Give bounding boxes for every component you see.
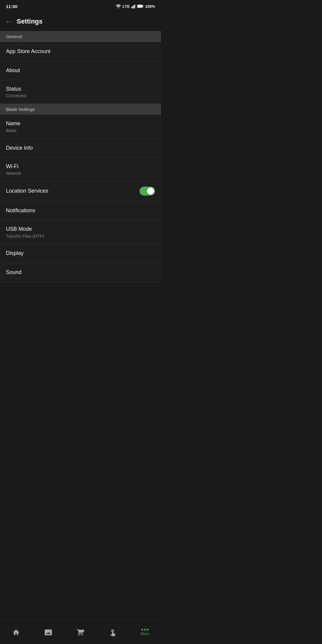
- settings-item-name[interactable]: Name Blade: [0, 115, 161, 138]
- status-time: 11:00: [6, 4, 17, 9]
- section-header-general: General: [0, 31, 161, 42]
- svg-rect-6: [143, 6, 143, 7]
- item-title-app-store-account: App Store Account: [6, 48, 155, 55]
- svg-rect-3: [134, 5, 135, 8]
- svg-point-0: [118, 7, 119, 8]
- status-bar: 11:00 LTE 100%: [0, 0, 161, 12]
- settings-item-usb-mode[interactable]: USB Mode Transfer Files (MTP): [0, 220, 161, 244]
- settings-item-display[interactable]: Display: [0, 244, 161, 263]
- toggle-thumb: [147, 188, 154, 195]
- settings-content: General App Store Account About Status C…: [0, 31, 161, 312]
- settings-item-status[interactable]: Status Connected: [0, 80, 161, 104]
- app-header: ← Settings: [0, 12, 161, 31]
- settings-item-app-store-account[interactable]: App Store Account: [0, 42, 161, 61]
- item-subtitle-name: Blade: [6, 128, 155, 133]
- item-title-location-services: Location Services: [6, 188, 140, 194]
- status-icons: LTE 100%: [116, 4, 155, 9]
- location-services-toggle[interactable]: [140, 187, 155, 196]
- svg-rect-4: [135, 4, 136, 8]
- toggle-track: [140, 187, 155, 196]
- item-title-device-info: Device Info: [6, 145, 155, 151]
- back-button[interactable]: ←: [5, 18, 13, 25]
- svg-rect-1: [131, 7, 132, 8]
- svg-rect-2: [133, 6, 134, 8]
- settings-item-about[interactable]: About: [0, 61, 161, 80]
- settings-item-wifi[interactable]: Wi-Fi Network: [0, 158, 161, 181]
- item-title-display: Display: [6, 250, 155, 257]
- item-title-status: Status: [6, 86, 155, 92]
- item-title-usb-mode: USB Mode: [6, 226, 155, 233]
- item-subtitle-wifi: Network: [6, 171, 155, 176]
- settings-item-location-services[interactable]: Location Services: [0, 181, 161, 201]
- item-title-wifi: Wi-Fi: [6, 163, 155, 170]
- lte-label: LTE: [123, 4, 130, 9]
- battery-icon: [137, 4, 144, 8]
- battery-label: 100%: [145, 4, 155, 9]
- wifi-icon: [116, 4, 121, 8]
- item-subtitle-status: Connected: [6, 93, 155, 98]
- section-header-blade-settings: Blade Settings: [0, 104, 161, 115]
- item-subtitle-usb-mode: Transfer Files (MTP): [6, 234, 155, 239]
- settings-item-device-info[interactable]: Device Info: [0, 139, 161, 158]
- svg-rect-7: [137, 5, 142, 7]
- signal-icon: [131, 4, 136, 8]
- page-title: Settings: [17, 18, 43, 25]
- settings-item-sound[interactable]: Sound: [0, 263, 161, 282]
- item-title-sound: Sound: [6, 269, 155, 276]
- item-title-about: About: [6, 67, 155, 74]
- item-title-notifications: Notifications: [6, 207, 155, 214]
- settings-item-notifications[interactable]: Notifications: [0, 201, 161, 220]
- item-title-name: Name: [6, 120, 155, 127]
